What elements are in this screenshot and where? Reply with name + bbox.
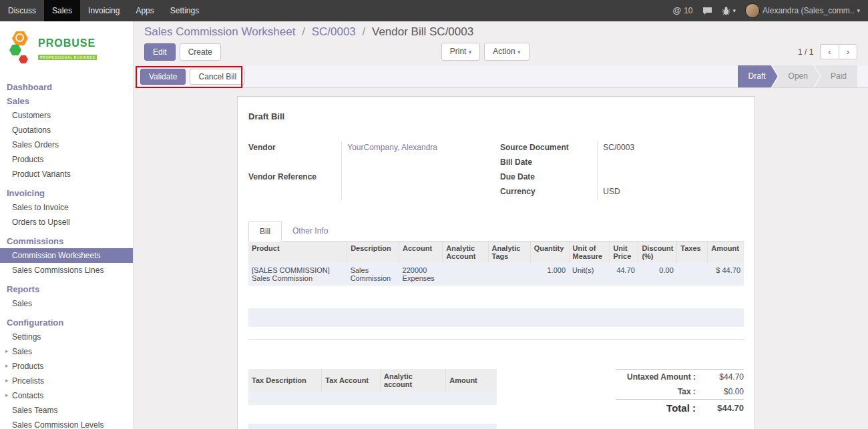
sidebar-item-config-pricelists[interactable]: ▸ Pricelists [0,374,133,388]
magnifier-icon [15,33,24,42]
col-unit-price[interactable]: Unit Price [610,242,638,263]
sidebar-item-sales-teams[interactable]: Sales Teams [0,403,133,418]
sidebar-item-config-sales[interactable]: ▸ Sales [0,344,133,359]
cell-description: Sales Commission [347,263,399,286]
col-amount[interactable]: Amount [708,242,744,263]
cell-discount: 0.00 [638,263,677,286]
empty-row [248,405,497,424]
cell-product: [SALES COMMISSION] Sales Commission [248,263,347,286]
pager-count: 1 / 1 [798,47,813,57]
sidebar: PROBUSE PROFESSIONAL BUSINESS Dashboard … [0,21,134,429]
top-navbar: Discuss Sales Invoicing Apps Settings @ … [0,0,868,21]
sidebar-item-sales-commission-levels[interactable]: Sales Commission Levels [0,418,133,429]
form-sheet: Draft Bill Vendor YourCompany, Alexandra… [237,96,755,429]
probuse-logo: PROBUSE PROFESSIONAL BUSINESS [0,21,133,75]
col-discount[interactable]: Discount (%) [638,242,677,263]
sidebar-heading-dashboard[interactable]: Dashboard [0,80,133,94]
sidebar-item-product-variants[interactable]: Product Variants [0,167,133,181]
breadcrumb-worksheet-link[interactable]: Sales Commission Worksheet [144,25,295,38]
col-tax-account[interactable]: Tax Account [322,369,381,392]
caret-down-icon: ▾ [857,0,860,21]
due-date-label: Due Date [500,171,598,185]
col-description[interactable]: Description [347,242,399,263]
action-dropdown-button[interactable]: Action ▾ [484,43,529,61]
mention-count: 10 [684,0,692,21]
sidebar-heading-invoicing[interactable]: Invoicing [0,186,133,200]
col-product[interactable]: Product [248,242,347,263]
cell-taxes [677,263,708,286]
validate-button[interactable]: Validate [140,69,186,85]
cell-unit-price: 44.70 [610,263,638,286]
sidebar-item-products[interactable]: Products [0,152,133,167]
user-name: Alexandra (Sales_comm.. [763,0,854,21]
expand-caret-icon: ▸ [5,392,9,398]
app-window: Discuss Sales Invoicing Apps Settings @ … [0,0,868,429]
user-menu[interactable]: Alexandra (Sales_comm.. ▾ [745,0,860,21]
col-account[interactable]: Account [399,242,443,263]
col-tax-analytic-account[interactable]: Analytic account [381,369,446,392]
sidebar-item-orders-to-upsell[interactable]: Orders to Upsell [0,215,133,230]
pager-next-button[interactable]: › [839,44,857,59]
menu-invoicing[interactable]: Invoicing [80,0,128,21]
cancel-bill-button[interactable]: Cancel Bill [190,69,245,85]
vendor-value-link[interactable]: YourCompany, Alexandra [347,143,437,152]
breadcrumb-current: Vendor Bill SC/0003 [372,25,473,38]
sidebar-heading-sales[interactable]: Sales [0,94,133,108]
col-analytic-tags[interactable]: Analytic Tags [488,242,530,263]
breadcrumb-record-link[interactable]: SC/0003 [312,25,356,38]
action-label: Action [493,47,515,56]
step-paid[interactable]: Paid [815,65,857,87]
sidebar-item-config-settings[interactable]: Settings [0,330,133,344]
sidebar-item-config-contacts[interactable]: ▸ Contacts [0,388,133,403]
step-draft[interactable]: Draft [738,65,778,87]
col-unit-of-measure[interactable]: Unit of Measure [569,242,610,263]
sidebar-item-sales-to-invoice[interactable]: Sales to Invoice [0,200,133,215]
empty-row [248,392,497,405]
menu-discuss[interactable]: Discuss [0,0,44,21]
edit-button[interactable]: Edit [144,43,176,61]
sidebar-item-sales-orders[interactable]: Sales Orders [0,137,133,152]
amount-totals: Untaxed Amount : $44.70 Tax : $0.00 Tota… [616,369,744,416]
tab-other-info[interactable]: Other Info [282,222,339,241]
sidebar-item-config-products[interactable]: ▸ Products [0,359,133,374]
breadcrumb-separator: / [363,25,366,38]
sidebar-item-commission-worksheets[interactable]: Commission Worksheets [0,248,133,263]
untaxed-amount-value: $44.70 [704,370,744,385]
mention-counter[interactable]: @ 10 [673,0,693,21]
cell-uom: Unit(s) [569,263,610,286]
sidebar-heading-configuration[interactable]: Configuration [0,316,133,330]
sidebar-item-sales-commissions-lines[interactable]: Sales Commissions Lines [0,263,133,278]
mention-icon: @ [673,0,682,21]
col-tax-description[interactable]: Tax Description [248,369,322,392]
messages-button[interactable] [702,7,712,15]
tab-bill[interactable]: Bill [248,222,282,242]
sidebar-item-customers[interactable]: Customers [0,108,133,123]
menu-sales[interactable]: Sales [44,0,80,21]
left-field-group: Vendor YourCompany, Alexandra Vendor Ref… [248,141,487,200]
cell-quantity: 1.000 [530,263,569,286]
currency-value: USD [598,185,744,200]
tax-header-row: Tax Description Tax Account Analytic acc… [248,369,497,392]
pager-previous-button[interactable]: ‹ [820,44,838,59]
statusbar: Validate Cancel Bill Draft Open Paid [134,65,868,88]
print-dropdown-button[interactable]: Print ▾ [441,43,481,61]
bill-line-row[interactable]: [SALES COMMISSION] Sales Commission Sale… [248,263,744,286]
create-button[interactable]: Create [180,43,221,61]
menu-settings[interactable]: Settings [162,0,207,21]
col-tax-amount[interactable]: Amount [446,369,497,392]
debug-menu-button[interactable]: ▾ [722,0,736,21]
sidebar-heading-reports[interactable]: Reports [0,282,133,296]
sidebar-nav: Dashboard Sales Customers Quotations Sal… [0,75,133,429]
sidebar-item-label: Sales [12,347,32,356]
source-document-label: Source Document [500,141,598,156]
col-analytic-account[interactable]: Analytic Account [443,242,488,263]
sidebar-item-quotations[interactable]: Quotations [0,123,133,137]
menu-apps[interactable]: Apps [128,0,162,21]
col-quantity[interactable]: Quantity [530,242,569,263]
sidebar-heading-commissions[interactable]: Commissions [0,234,133,248]
sidebar-item-reports-sales[interactable]: Sales [0,296,133,311]
col-taxes[interactable]: Taxes [677,242,708,263]
step-open[interactable]: Open [773,65,820,87]
logo-title: PROBUSE [38,37,97,49]
avatar [745,3,760,18]
